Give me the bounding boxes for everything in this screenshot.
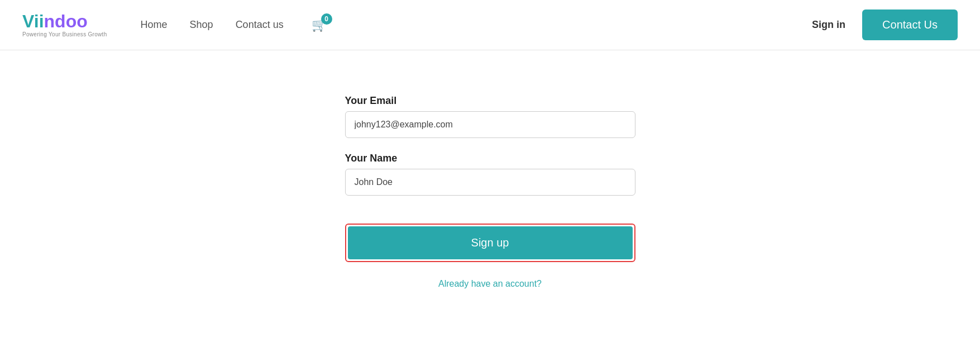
nav-shop[interactable]: Shop xyxy=(190,19,213,31)
cart-icon-area[interactable]: 🛒 0 xyxy=(312,18,327,32)
contact-us-button[interactable]: Contact Us xyxy=(862,10,958,40)
main-nav: Home Shop Contact us 🛒 0 xyxy=(141,18,812,32)
header-right: Sign in Contact Us xyxy=(812,10,958,40)
signup-button-wrapper: Sign up xyxy=(345,224,635,262)
site-header: Viindoo Powering Your Business Growth Ho… xyxy=(0,0,980,50)
name-field-group: Your Name xyxy=(345,153,635,196)
logo[interactable]: Viindoo Powering Your Business Growth xyxy=(22,12,107,37)
signup-form: Your Email Your Name Sign up Already hav… xyxy=(345,95,635,289)
cart-badge: 0 xyxy=(321,13,332,25)
name-label: Your Name xyxy=(345,153,635,164)
email-input[interactable] xyxy=(345,111,635,138)
logo-ndoo: ndoo xyxy=(44,11,88,31)
nav-home[interactable]: Home xyxy=(141,19,168,31)
nav-contact-us[interactable]: Contact us xyxy=(236,19,284,31)
name-input[interactable] xyxy=(345,169,635,196)
already-have-account-link[interactable]: Already have an account? xyxy=(345,279,635,289)
signup-button[interactable]: Sign up xyxy=(348,226,633,259)
email-label: Your Email xyxy=(345,95,635,107)
logo-vii: Vii xyxy=(22,11,44,31)
main-content: Your Email Your Name Sign up Already hav… xyxy=(0,50,980,289)
sign-in-link[interactable]: Sign in xyxy=(812,19,845,31)
logo-tagline: Powering Your Business Growth xyxy=(22,31,107,37)
email-field-group: Your Email xyxy=(345,95,635,138)
